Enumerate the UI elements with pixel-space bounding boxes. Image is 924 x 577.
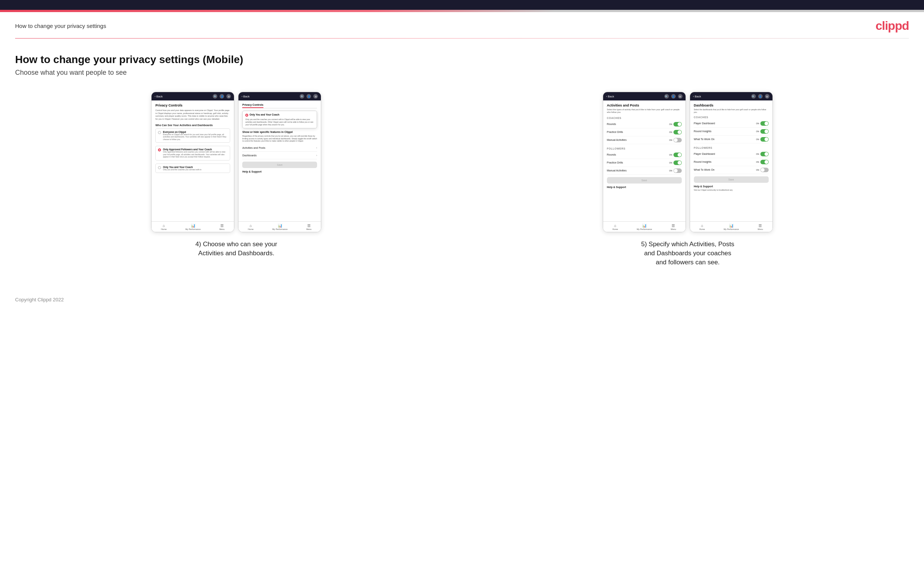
- toggle-row-coaches-roundinsights[interactable]: Round Insights ON: [694, 127, 769, 135]
- settings-icon-3[interactable]: ⚙: [678, 94, 683, 98]
- performance-icon-4: 📊: [729, 224, 733, 228]
- bottom-home-2[interactable]: ⌂ Home: [248, 224, 254, 230]
- bottom-performance-1[interactable]: 📊 My Performance: [186, 224, 201, 230]
- bottom-home-4[interactable]: ⌂ Home: [699, 224, 705, 230]
- performance-label-2: My Performance: [273, 228, 288, 230]
- search-icon-1[interactable]: 🔍: [213, 94, 217, 98]
- toggle-row-coaches-player[interactable]: Player Dashboard ON: [694, 120, 769, 127]
- bottom-performance-3[interactable]: 📊 My Performance: [637, 224, 652, 230]
- bottom-menu-1[interactable]: ☰ Menu: [220, 224, 225, 230]
- toggle-right-followers-roundinsights: ON: [756, 160, 769, 164]
- phone-screen-2: ‹ Back 🔍 👤 ⚙ Privacy Controls: [238, 92, 321, 232]
- phone-content-4: Dashboards Select the dashboards that yo…: [690, 100, 772, 221]
- settings-icon-1[interactable]: ⚙: [226, 94, 231, 98]
- toggle-followers-rounds[interactable]: [674, 153, 682, 157]
- followers-label-3: FOLLOWERS: [607, 147, 682, 150]
- tab-privacy-controls[interactable]: Privacy Controls: [242, 103, 263, 108]
- toggle-coaches-rounds[interactable]: [674, 122, 682, 126]
- toggle-label-coaches-manual: Manual Activities: [607, 139, 627, 141]
- toggle-row-coaches-drills[interactable]: Practice Drills ON: [607, 128, 682, 136]
- nav-icons-2: 🔍 👤 ⚙: [300, 94, 318, 98]
- radio-followers: [158, 148, 161, 152]
- toggle-row-followers-rounds[interactable]: Rounds ON: [607, 151, 682, 159]
- toggle-coaches-roundinsights[interactable]: [760, 129, 769, 134]
- toggle-coaches-player[interactable]: [760, 121, 769, 126]
- toggle-label-coaches-rounds: Rounds: [607, 123, 616, 126]
- toggle-followers-drills[interactable]: [674, 161, 682, 165]
- phone-nav-3: ‹ Back 🔍 👤 ⚙: [603, 92, 685, 100]
- toggle-coaches-whattowork[interactable]: [760, 137, 769, 142]
- settings-icon-4[interactable]: ⚙: [765, 94, 769, 98]
- save-button-4[interactable]: Save: [694, 176, 769, 183]
- phone-bottom-nav-2: ⌂ Home 📊 My Performance ☰ Menu: [239, 221, 321, 232]
- phone-screen-1: ‹ Back 🔍 👤 ⚙ Privacy Controls Control ho…: [151, 92, 234, 232]
- toggle-row-followers-drills[interactable]: Practice Drills ON: [607, 159, 682, 167]
- toggle-coaches-drills[interactable]: [674, 130, 682, 134]
- phone-content-3: Activities and Posts Select the types of…: [603, 100, 685, 221]
- user-icon-3[interactable]: 👤: [671, 94, 676, 98]
- toggle-right-coaches-manual: ON: [669, 138, 682, 142]
- toggle-row-followers-whattowork[interactable]: What To Work On ON: [694, 166, 769, 174]
- phone-nav-1: ‹ Back 🔍 👤 ⚙: [152, 92, 234, 100]
- section-subtext-2: Regardless of the privacy controls that …: [242, 135, 317, 142]
- back-button-1[interactable]: ‹ Back: [155, 95, 163, 98]
- save-button-3[interactable]: Save: [607, 177, 682, 184]
- back-button-4[interactable]: ‹ Back: [693, 95, 701, 98]
- dash-desc: Select the dashboards that you'd like to…: [694, 108, 769, 114]
- toggle-coaches-manual[interactable]: [674, 138, 682, 142]
- back-button-2[interactable]: ‹ Back: [241, 95, 249, 98]
- chevron-right-activities: ›: [316, 146, 317, 150]
- save-button-2[interactable]: Save: [242, 162, 317, 168]
- phone-screen-3: ‹ Back 🔍 👤 ⚙ Activities and Posts Select…: [603, 92, 686, 232]
- caption-2: 5) Specify which Activities, Posts and D…: [639, 240, 737, 267]
- header: How to change your privacy settings clip…: [0, 12, 924, 38]
- toggle-followers-player[interactable]: [760, 152, 769, 156]
- option-coach-only[interactable]: Only You and Your Coach Only you and the…: [155, 163, 230, 173]
- search-icon-4[interactable]: 🔍: [751, 94, 756, 98]
- toggle-followers-whattowork[interactable]: [760, 168, 769, 172]
- option-everyone[interactable]: Everyone on Clippd Everyone on Clippd ca…: [155, 128, 230, 143]
- page-heading: How to change your privacy settings (Mob…: [15, 54, 909, 66]
- search-icon-3[interactable]: 🔍: [664, 94, 669, 98]
- home-icon-2: ⌂: [249, 224, 252, 228]
- phone-bottom-nav-1: ⌂ Home 📊 My Performance ☰ Menu: [152, 221, 234, 232]
- toggle-row-coaches-rounds[interactable]: Rounds ON: [607, 121, 682, 128]
- toggle-row-followers-player[interactable]: Player Dashboard ON: [694, 150, 769, 158]
- back-button-3[interactable]: ‹ Back: [606, 95, 614, 98]
- bottom-home-3[interactable]: ⌂ Home: [612, 224, 618, 230]
- toggle-row-coaches-manual[interactable]: Manual Activities ON: [607, 136, 682, 144]
- menu-label-4: Menu: [758, 228, 763, 230]
- menu-row-activities[interactable]: Activities and Posts ›: [242, 144, 317, 152]
- toggle-row-coaches-whattowork[interactable]: What To Work On ON: [694, 135, 769, 143]
- user-icon-2[interactable]: 👤: [307, 94, 311, 98]
- toggle-followers-roundinsights[interactable]: [760, 160, 769, 164]
- option-followers-text: Only Approved Followers and Your Coach O…: [163, 148, 228, 158]
- acts-desc: Select the types of activity that you'd …: [607, 108, 682, 114]
- chevron-left-icon-1: ‹: [155, 95, 156, 98]
- settings-icon-2[interactable]: ⚙: [313, 94, 318, 98]
- search-icon-2[interactable]: 🔍: [300, 94, 304, 98]
- bottom-home-1[interactable]: ⌂ Home: [161, 224, 166, 230]
- menu-row-dashboards[interactable]: Dashboards ›: [242, 152, 317, 160]
- toggle-followers-manual[interactable]: [674, 168, 682, 173]
- bottom-performance-4[interactable]: 📊 My Performance: [724, 224, 739, 230]
- bottom-menu-2[interactable]: ☰ Menu: [307, 224, 312, 230]
- privacy-controls-desc-1: Control how you and your data appears to…: [155, 109, 230, 121]
- bottom-menu-4[interactable]: ☰ Menu: [758, 224, 763, 230]
- toggle-row-followers-manual[interactable]: Manual Activities ON: [607, 167, 682, 175]
- user-icon-4[interactable]: 👤: [758, 94, 762, 98]
- help-label-2: Help & Support: [242, 170, 317, 173]
- user-icon-1[interactable]: 👤: [220, 94, 224, 98]
- mockup-group-2: ‹ Back 🔍 👤 ⚙ Activities and Posts Select…: [467, 92, 909, 267]
- toggle-row-followers-roundinsights[interactable]: Round Insights ON: [694, 158, 769, 166]
- option-followers[interactable]: Only Approved Followers and Your Coach O…: [155, 146, 230, 161]
- toggle-right-followers-drills: ON: [669, 161, 682, 165]
- double-mockup-1: ‹ Back 🔍 👤 ⚙ Privacy Controls Control ho…: [151, 92, 321, 232]
- toggle-right-coaches-roundinsights: ON: [756, 129, 769, 134]
- back-label-2: Back: [243, 95, 250, 98]
- bottom-performance-2[interactable]: 📊 My Performance: [273, 224, 288, 230]
- coaches-label-3: COACHES: [607, 117, 682, 119]
- bottom-menu-3[interactable]: ☰ Menu: [671, 224, 676, 230]
- help-label-3: Help & Support: [607, 186, 682, 189]
- tab-bar-2: Privacy Controls: [242, 103, 317, 108]
